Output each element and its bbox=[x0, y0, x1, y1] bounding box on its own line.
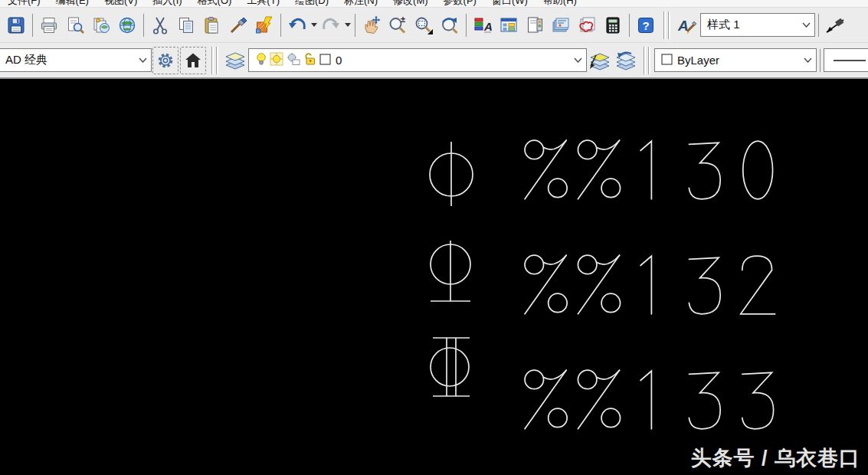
menu-item-0[interactable]: 文件(F) bbox=[0, 0, 48, 8]
undo-button-dropdown[interactable] bbox=[310, 11, 318, 40]
diameter-symbol[interactable] bbox=[426, 140, 477, 211]
layers-icon bbox=[224, 51, 247, 70]
paste-icon bbox=[202, 15, 222, 35]
chevron-down-icon[interactable] bbox=[798, 14, 814, 36]
layer-combo[interactable]: 0 bbox=[248, 48, 587, 72]
sheetset-manager-button[interactable] bbox=[548, 11, 574, 40]
properties-icon: A bbox=[473, 15, 493, 35]
zoom-previous-button[interactable] bbox=[437, 11, 463, 40]
menu-item-2[interactable]: 视图(V) bbox=[97, 0, 145, 8]
plot-preview-button[interactable] bbox=[62, 11, 88, 40]
designcenter-button[interactable] bbox=[496, 11, 522, 40]
menu-item-1[interactable]: 编辑(E) bbox=[48, 0, 97, 8]
workspace-combo[interactable]: AD 经典 bbox=[0, 48, 152, 72]
svg-text:A: A bbox=[483, 20, 493, 33]
match-properties-icon bbox=[228, 15, 248, 35]
edit-hatch-button[interactable] bbox=[251, 11, 277, 40]
layer-current-icon bbox=[588, 51, 611, 70]
markup-manager-button[interactable] bbox=[574, 11, 600, 40]
print-preview-icon bbox=[65, 15, 85, 35]
cut-button[interactable] bbox=[147, 11, 173, 40]
chevron-down-icon[interactable] bbox=[569, 49, 586, 71]
home-icon bbox=[183, 51, 203, 70]
workspace-combo-value: AD 经典 bbox=[5, 53, 134, 67]
menu-item-5[interactable]: 工具(T) bbox=[239, 0, 287, 8]
linetype-combo[interactable] bbox=[824, 48, 868, 72]
menu-item-8[interactable]: 修改(M) bbox=[385, 0, 436, 8]
designcenter-icon bbox=[499, 15, 519, 35]
publish-icon bbox=[91, 15, 111, 35]
redo-icon bbox=[321, 15, 341, 35]
web-icon bbox=[117, 15, 137, 35]
layer-properties-button[interactable] bbox=[222, 46, 248, 75]
properties-button[interactable]: A bbox=[470, 11, 496, 40]
web-button[interactable] bbox=[114, 11, 140, 40]
diameter-underline-symbol[interactable] bbox=[425, 240, 476, 307]
undo-icon bbox=[287, 15, 307, 35]
toolbar-separator bbox=[355, 14, 355, 37]
color-combo[interactable]: ByLayer bbox=[654, 48, 817, 72]
layer-previous-button[interactable] bbox=[613, 46, 639, 75]
undo-button[interactable] bbox=[284, 11, 310, 40]
quickcalc-button[interactable] bbox=[600, 11, 626, 40]
color-combo-value: ByLayer bbox=[677, 54, 799, 67]
zoom-realtime-button[interactable]: ± bbox=[385, 11, 411, 40]
watermark-text: 头条号 / 乌衣巷口 bbox=[690, 444, 860, 472]
cad-text-pctpct133[interactable] bbox=[523, 365, 789, 437]
standard-toolbar: ±A?A样式 1 bbox=[0, 8, 868, 43]
menu-item-6[interactable]: 绘图(D) bbox=[287, 0, 336, 8]
text-style-button[interactable]: A bbox=[674, 11, 700, 40]
markup-icon bbox=[577, 15, 597, 35]
drawing-canvas[interactable]: 头条号 / 乌衣巷口 bbox=[0, 79, 868, 475]
layer-combo-state-icons[interactable] bbox=[255, 52, 331, 68]
cut-icon bbox=[150, 15, 170, 35]
text-style-combo[interactable]: 样式 1 bbox=[700, 13, 815, 37]
help-button[interactable]: ? bbox=[633, 11, 659, 40]
menu-item-10[interactable]: 窗口(W) bbox=[484, 0, 536, 8]
help-icon: ? bbox=[636, 15, 656, 35]
gear-icon bbox=[156, 51, 175, 70]
toolbar-separator bbox=[32, 14, 33, 37]
save-button[interactable] bbox=[3, 11, 29, 40]
save-icon bbox=[6, 15, 26, 35]
copy-button[interactable] bbox=[173, 11, 199, 40]
dimension-partial-icon bbox=[825, 15, 845, 35]
make-object-layer-current-button[interactable] bbox=[587, 46, 613, 75]
menu-bar: 文件(F)编辑(E)视图(V)插入(I)格式(O)工具(T)绘图(D)标注(N)… bbox=[0, 0, 868, 8]
my-workspace-button[interactable] bbox=[180, 47, 206, 74]
chevron-down-icon[interactable] bbox=[799, 49, 816, 71]
workspace-settings-button[interactable] bbox=[152, 47, 179, 74]
toolbar-separator bbox=[466, 14, 467, 37]
cad-text-pctpct132[interactable] bbox=[523, 251, 789, 323]
pan-button[interactable] bbox=[359, 11, 385, 40]
dimension-tool-button[interactable] bbox=[822, 11, 848, 40]
match-properties-button[interactable] bbox=[225, 11, 251, 40]
paste-button[interactable] bbox=[199, 11, 225, 40]
menu-item-7[interactable]: 标注(N) bbox=[336, 0, 385, 8]
menu-item-9[interactable]: 参数(P) bbox=[436, 0, 484, 8]
toolbar-grip[interactable] bbox=[662, 11, 671, 39]
zoom-window-button[interactable] bbox=[411, 11, 437, 40]
tool-palettes-button[interactable] bbox=[522, 11, 548, 40]
menu-item-11[interactable]: 帮助(H) bbox=[536, 0, 585, 8]
svg-text:±: ± bbox=[401, 15, 405, 24]
zoom-window-icon bbox=[414, 15, 434, 35]
pan-icon bbox=[362, 15, 382, 35]
menu-item-4[interactable]: 格式(O) bbox=[190, 0, 240, 8]
toolbar-grip[interactable] bbox=[210, 47, 219, 74]
current-layer-name: 0 bbox=[336, 54, 569, 67]
plot-button[interactable] bbox=[36, 11, 62, 40]
redo-button-dropdown[interactable] bbox=[344, 11, 352, 40]
zoom-realtime-icon: ± bbox=[388, 15, 408, 35]
toolbar-separator bbox=[280, 14, 281, 37]
toolbar-grip[interactable] bbox=[642, 47, 651, 74]
redo-button[interactable] bbox=[318, 11, 344, 40]
publish-button[interactable] bbox=[88, 11, 114, 40]
menu-item-3[interactable]: 插入(I) bbox=[145, 0, 189, 8]
chevron-down-icon[interactable] bbox=[134, 49, 151, 71]
layer-color-swatch bbox=[319, 54, 331, 67]
color-combo-state-icons[interactable] bbox=[661, 54, 673, 67]
unlock-icon bbox=[303, 52, 317, 68]
diameter-double-bar-symbol[interactable] bbox=[429, 335, 473, 402]
cad-text-pctpct130[interactable] bbox=[523, 136, 789, 208]
